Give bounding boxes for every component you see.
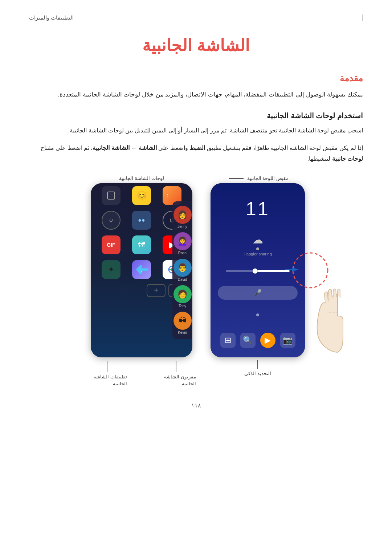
swipe-arrow-icon: ➜: [135, 261, 148, 279]
plus-btn-2: +: [147, 284, 166, 297]
label-side-apps: تطبيقات الشاشة الجانبية: [87, 361, 127, 387]
app-placeholder1: [102, 186, 121, 205]
app-gif-icon: GIF: [102, 235, 121, 254]
app-emoji-icon: 😊: [132, 186, 151, 205]
brightness-slider: [226, 270, 290, 272]
weather-cloud-icon: ☁: [252, 233, 263, 246]
left-phone-section: لوحات الشاشة الجانبية ✕÷: [87, 176, 196, 387]
intro-body: يمكنك بسهولة الوصول إلى التطبيقات المفضل…: [29, 89, 363, 100]
page-dot-indicator: [256, 313, 259, 316]
app-circle-icon: ○: [102, 211, 121, 230]
contact-tony-name: Tony: [179, 304, 186, 308]
dock-apps-icon: ⊞: [220, 333, 236, 348]
contact-jenny-name: Jenny: [177, 225, 187, 229]
contact-jenny: 👩 Jenny: [173, 206, 192, 229]
hand-illustration: [309, 287, 367, 361]
dock-camera-icon: 📷: [280, 333, 295, 348]
contact-david-name: David: [178, 278, 187, 282]
search-bar: 🎤: [218, 286, 298, 300]
label-screen-zoom: مقربون الشاشة الجانبية: [156, 361, 196, 387]
weather-section: ☁ Hapgier sharing: [244, 233, 272, 256]
label-left-phone-above: لوحات الشاشة الجانبية: [119, 176, 164, 181]
usage-para1: اسحب مقبض لوحة الشاشة الجانبية نحو منتصف…: [29, 125, 363, 136]
weather-dot: [256, 247, 259, 250]
left-phone: ✕÷ 😊: [91, 183, 192, 357]
page-header: التطبيقات والميزات: [29, 15, 363, 21]
header-text: التطبيقات والميزات: [29, 15, 74, 21]
illustration-area: لوحات الشاشة الجانبية ✕÷: [40, 176, 352, 387]
app-maps-icon: 🗺: [132, 235, 151, 254]
label-right-phone-handle-above: مقبض اللوحة الجانبية: [227, 176, 289, 181]
usage-section: استخدام لوحات الشاشة الجانبية اسحب مقبض …: [29, 111, 363, 165]
page-number: ١١٨: [29, 402, 363, 409]
usage-para2: إذا لم يكن مقبض لوحة الشاشة الجانبية ظاه…: [29, 143, 363, 165]
page-title: الشاشة الجانبية: [29, 36, 363, 55]
label-smart-select: التحديد الذكي: [244, 360, 271, 376]
left-bottom-labels: مقربون الشاشة الجانبية تطبيقات الشاشة ال…: [87, 361, 196, 387]
right-phone-section: مقبض اللوحة الجانبية 11 ☁ Hapgier sha: [211, 176, 305, 376]
weather-text: Hapgier sharing: [244, 252, 272, 256]
contact-david: 👨 David: [173, 259, 192, 282]
microphone-icon: 🎤: [254, 289, 262, 297]
contact-rosa: 👩‍🦱 Rosa: [173, 232, 192, 255]
intro-section: مقدمة يمكنك بسهولة الوصول إلى التطبيقات …: [29, 73, 363, 100]
page-title-section: الشاشة الجانبية: [29, 36, 363, 55]
svg-text:✕÷: ✕÷: [167, 193, 168, 199]
bottom-dock: 📷 ▶ 🔍 ⊞: [218, 331, 298, 350]
app-dots-icon: ●●: [132, 211, 151, 230]
dock-play-icon: ▶: [260, 333, 275, 348]
clock-display: 11: [246, 198, 270, 219]
app-green-icon: ✦: [102, 260, 121, 279]
contact-rosa-name: Rosa: [178, 251, 187, 255]
dock-search-icon: 🔍: [240, 333, 256, 348]
handle-arrow-icon: [283, 264, 301, 276]
svg-rect-2: [107, 192, 115, 199]
contact-tony: 🧑 Tony: [173, 285, 192, 308]
usage-title: استخدام لوحات الشاشة الجانبية: [29, 111, 363, 120]
side-panel: 👩 Jenny 👩‍🦱 Rosa 👨 David: [172, 201, 192, 339]
contact-kevin: 🕶 Kevin: [173, 312, 192, 335]
contact-kevin-name: Kevin: [178, 331, 187, 335]
right-phone-wrapper: 11 ☁ Hapgier sharing: [211, 183, 305, 357]
intro-title: مقدمة: [29, 73, 363, 83]
svg-rect-0: [167, 190, 177, 201]
